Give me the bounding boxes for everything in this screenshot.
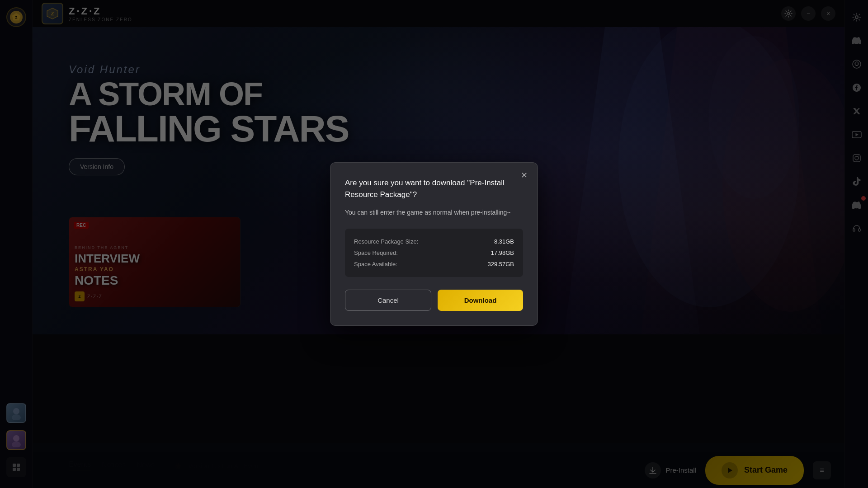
dialog-title: Are you sure you want to download "Pre-I… bbox=[345, 177, 523, 200]
info-row-package-size: Resource Package Size: 8.31GB bbox=[354, 236, 514, 247]
download-dialog: ✕ Are you sure you want to download "Pre… bbox=[330, 162, 538, 325]
modal-overlay: ✕ Are you sure you want to download "Pre… bbox=[0, 0, 868, 488]
cancel-button[interactable]: Cancel bbox=[345, 290, 431, 311]
dialog-close-button[interactable]: ✕ bbox=[518, 169, 530, 182]
space-available-value: 329.57GB bbox=[487, 261, 514, 267]
info-row-space-required: Space Required: 17.98GB bbox=[354, 247, 514, 258]
space-required-value: 17.98GB bbox=[491, 249, 514, 256]
space-required-label: Space Required: bbox=[354, 249, 398, 256]
info-row-space-available: Space Available: 329.57GB bbox=[354, 258, 514, 270]
package-size-value: 8.31GB bbox=[494, 238, 514, 245]
download-button[interactable]: Download bbox=[438, 290, 523, 311]
dialog-info-box: Resource Package Size: 8.31GB Space Requ… bbox=[345, 229, 523, 277]
space-available-label: Space Available: bbox=[354, 261, 397, 267]
dialog-subtitle: You can still enter the game as normal w… bbox=[345, 207, 523, 217]
dialog-buttons: Cancel Download bbox=[345, 290, 523, 311]
package-size-label: Resource Package Size: bbox=[354, 238, 418, 245]
